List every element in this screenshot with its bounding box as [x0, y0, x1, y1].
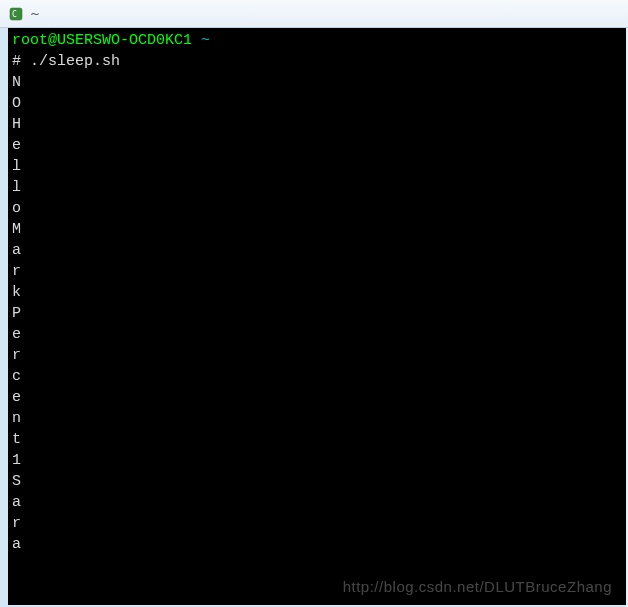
terminal-viewport[interactable]: root@USERSWO-OCD0KC1 ~ # ./sleep.sh NOHe…: [8, 28, 626, 605]
output-char: t: [12, 429, 622, 450]
terminal-icon: C: [8, 6, 24, 22]
svg-text:C: C: [12, 10, 17, 19]
output-char: l: [12, 177, 622, 198]
window-titlebar[interactable]: C ~: [0, 0, 628, 28]
output-char: a: [12, 534, 622, 555]
prompt-user-host: root@USERSWO-OCD0KC1: [12, 32, 192, 49]
output-char: M: [12, 219, 622, 240]
output-char: l: [12, 156, 622, 177]
window-border-left: [0, 28, 8, 607]
output-char: o: [12, 198, 622, 219]
output-char: H: [12, 114, 622, 135]
output-char: a: [12, 240, 622, 261]
output-char: 1: [12, 450, 622, 471]
output-char: r: [12, 345, 622, 366]
command-text: ./sleep.sh: [30, 53, 120, 70]
output-char: e: [12, 387, 622, 408]
output-char: r: [12, 513, 622, 534]
output-char: c: [12, 366, 622, 387]
prompt-line: root@USERSWO-OCD0KC1 ~: [12, 30, 622, 51]
output-char: P: [12, 303, 622, 324]
command-prefix: #: [12, 53, 21, 70]
output-char: r: [12, 261, 622, 282]
output-char: e: [12, 324, 622, 345]
output-char: O: [12, 93, 622, 114]
output-char: n: [12, 408, 622, 429]
output-char: a: [12, 492, 622, 513]
window-title: ~: [30, 7, 40, 21]
command-line: # ./sleep.sh: [12, 51, 622, 72]
output-char: S: [12, 471, 622, 492]
output-char: N: [12, 72, 622, 93]
output-char: k: [12, 282, 622, 303]
prompt-cwd: ~: [201, 32, 210, 49]
output-char: e: [12, 135, 622, 156]
terminal-output: NOHelloMarkPercent1Sara: [12, 72, 622, 555]
